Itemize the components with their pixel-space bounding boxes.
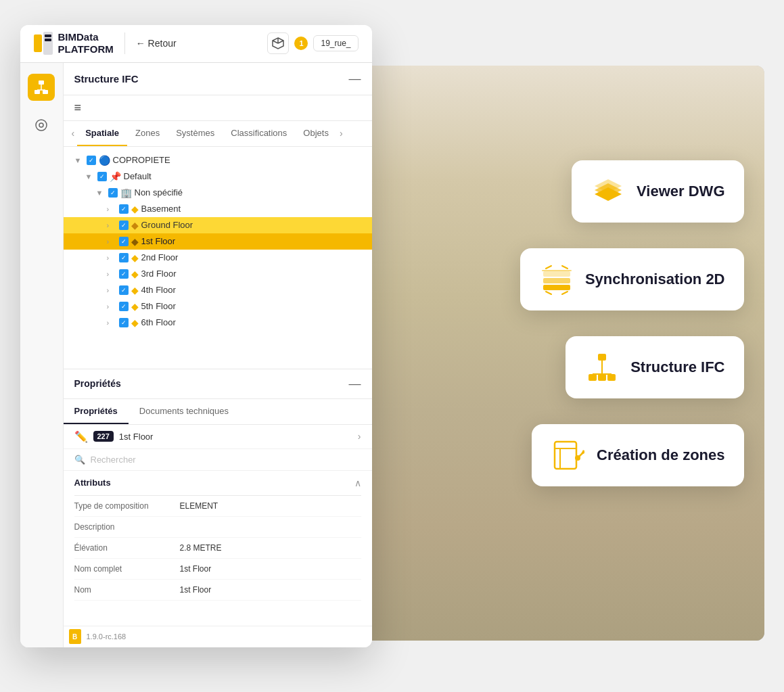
3d-view-button[interactable] xyxy=(267,32,289,54)
tab-next-arrow[interactable]: › xyxy=(337,128,346,139)
structure-ifc-label: Structure IFC xyxy=(630,359,724,376)
attr-key-2: Élévation xyxy=(74,543,169,553)
item-expand-arrow[interactable]: › xyxy=(358,431,361,442)
attr-val-0: ELEMENT xyxy=(180,501,218,511)
tree-item-1st-floor[interactable]: › ◆ 1st Floor xyxy=(64,233,372,250)
current-item-row[interactable]: ✏️ 227 1st Floor › xyxy=(64,425,372,449)
tab-objets[interactable]: Objets xyxy=(295,121,337,146)
item-badge: 227 xyxy=(93,431,114,442)
props-tab-documents[interactable]: Documents techniques xyxy=(129,399,239,424)
properties-panel-header: Propriétés — xyxy=(64,369,372,399)
version-bar: B 1.9.0-rc.168 xyxy=(64,626,372,647)
svg-rect-6 xyxy=(542,270,572,271)
search-input[interactable]: Rechercher xyxy=(91,455,136,465)
attr-key-1: Description xyxy=(74,522,169,532)
attr-key-0: Type de composition xyxy=(74,501,169,511)
props-tab-proprietes[interactable]: Propriétés xyxy=(64,399,129,424)
svg-rect-5 xyxy=(543,285,570,290)
attr-key-3: Nom complet xyxy=(74,564,169,574)
logo-area: BIMData PLATFORM xyxy=(34,31,114,55)
tree-item-copropiete[interactable]: ▼ 🔵 COPROPIETE xyxy=(64,152,372,168)
header-divider xyxy=(124,32,125,54)
tree-area: ▼ 🔵 COPROPIETE ▼ 📌 Default ▼ 🏢 xyxy=(64,147,372,369)
svg-rect-17 xyxy=(34,34,42,52)
version-icon: B xyxy=(69,629,81,644)
attr-row-3: Nom complet 1st Floor xyxy=(74,559,361,580)
top-bar: BIMData PLATFORM ← Retour 1 xyxy=(20,25,372,63)
svg-rect-21 xyxy=(39,80,44,85)
attr-key-4: Nom xyxy=(74,585,169,595)
svg-point-26 xyxy=(36,120,47,131)
sidebar-settings-icon[interactable] xyxy=(28,112,55,139)
attributes-collapse-icon[interactable]: ∧ xyxy=(354,478,361,488)
browser-window: BIMData PLATFORM ← Retour 1 xyxy=(20,25,372,647)
panel-title: Structure IFC xyxy=(74,73,139,85)
left-sidebar xyxy=(20,63,64,647)
attr-row-0: Type de composition ELEMENT xyxy=(74,496,361,517)
svg-rect-20 xyxy=(45,39,51,41)
attr-row-1: Description xyxy=(74,517,361,538)
tree-item-6th-floor[interactable]: › ◆ 6th Floor xyxy=(64,315,372,331)
logo-icon xyxy=(34,32,53,55)
feature-card-sync-2d: Synchronisation 2D xyxy=(520,248,744,310)
item-label: 1st Floor xyxy=(119,432,352,442)
main-content: Structure IFC — ≡ ‹ Spatiale Zones Systè… xyxy=(64,63,372,647)
tree-item-non-specifie[interactable]: ▼ 🏢 Non spécifié xyxy=(64,185,372,201)
structure-ifc-icon xyxy=(584,350,620,385)
tab-spatiale[interactable]: Spatiale xyxy=(77,121,127,146)
tree-item-ground-floor[interactable]: › ◆ Ground Floor xyxy=(64,217,372,233)
back-button[interactable]: ← Retour xyxy=(136,38,177,49)
attributes-section: Attributs ∧ Type de composition ELEMENT … xyxy=(64,471,372,601)
attributes-header: Attributs ∧ xyxy=(74,471,361,496)
creation-zones-icon xyxy=(551,438,586,473)
svg-point-16 xyxy=(575,455,580,461)
menu-button[interactable]: ≡ xyxy=(64,95,372,121)
svg-rect-23 xyxy=(43,90,48,94)
version-text: 1.9.0-rc.168 xyxy=(87,632,126,641)
viewer-dwg-icon xyxy=(591,174,626,209)
svg-rect-10 xyxy=(607,374,616,381)
attr-row-2: Élévation 2.8 METRE xyxy=(74,538,361,559)
feature-card-creation-zones: Création de zones xyxy=(532,424,743,486)
svg-rect-8 xyxy=(589,374,597,381)
creation-zones-label: Création de zones xyxy=(597,446,724,464)
feature-card-viewer-dwg: Viewer DWG xyxy=(572,160,743,223)
search-icon: 🔍 xyxy=(74,455,85,465)
svg-rect-22 xyxy=(34,90,40,94)
logo-platform: PLATFORM xyxy=(58,43,114,55)
attr-row-4: Nom 1st Floor xyxy=(74,580,361,601)
tab-systemes[interactable]: Systèmes xyxy=(168,121,223,146)
tree-item-5th-floor[interactable]: › ◆ 5th Floor xyxy=(64,298,372,315)
tree-item-3rd-floor[interactable]: › ◆ 3rd Floor xyxy=(64,266,372,282)
tabs-row: ‹ Spatiale Zones Systèmes Classification… xyxy=(64,121,372,147)
tree-item-4th-floor[interactable]: › ◆ 4th Floor xyxy=(64,282,372,298)
sidebar-structure-icon[interactable] xyxy=(28,74,55,101)
panel-header: Structure IFC — xyxy=(64,63,372,95)
tree-item-basement[interactable]: › ◆ Basement xyxy=(64,201,372,217)
filename-badge: 19_rue_ xyxy=(313,35,358,51)
attr-val-4: 1st Floor xyxy=(180,585,212,595)
tree-item-default[interactable]: ▼ 📌 Default xyxy=(64,168,372,185)
svg-rect-3 xyxy=(543,271,570,277)
svg-rect-4 xyxy=(543,278,570,283)
svg-rect-13 xyxy=(555,442,576,469)
feature-card-structure-ifc: Structure IFC xyxy=(566,336,743,398)
properties-panel: Propriétés — Propriétés Documents techni… xyxy=(64,369,372,626)
tab-prev-arrow[interactable]: ‹ xyxy=(69,128,78,139)
properties-title: Propriétés xyxy=(74,378,121,389)
panel-minimize-button[interactable]: — xyxy=(349,72,361,86)
search-row: 🔍 Rechercher xyxy=(64,449,372,471)
model-count-badge: 1 xyxy=(294,37,308,50)
svg-point-27 xyxy=(39,123,43,127)
attr-val-2: 2.8 METRE xyxy=(180,543,222,553)
properties-minimize-button[interactable]: — xyxy=(349,377,361,391)
sync-2d-label: Synchronisation 2D xyxy=(585,271,725,288)
tree-item-2nd-floor[interactable]: › ◆ 2nd Floor xyxy=(64,250,372,266)
tab-zones[interactable]: Zones xyxy=(127,121,168,146)
svg-rect-7 xyxy=(598,354,606,361)
attr-val-3: 1st Floor xyxy=(180,564,212,574)
sync-2d-icon xyxy=(539,262,574,297)
attributes-title: Attributs xyxy=(74,478,111,488)
logo-brand: BIMData xyxy=(58,31,114,43)
tab-classifications[interactable]: Classifications xyxy=(223,121,295,146)
